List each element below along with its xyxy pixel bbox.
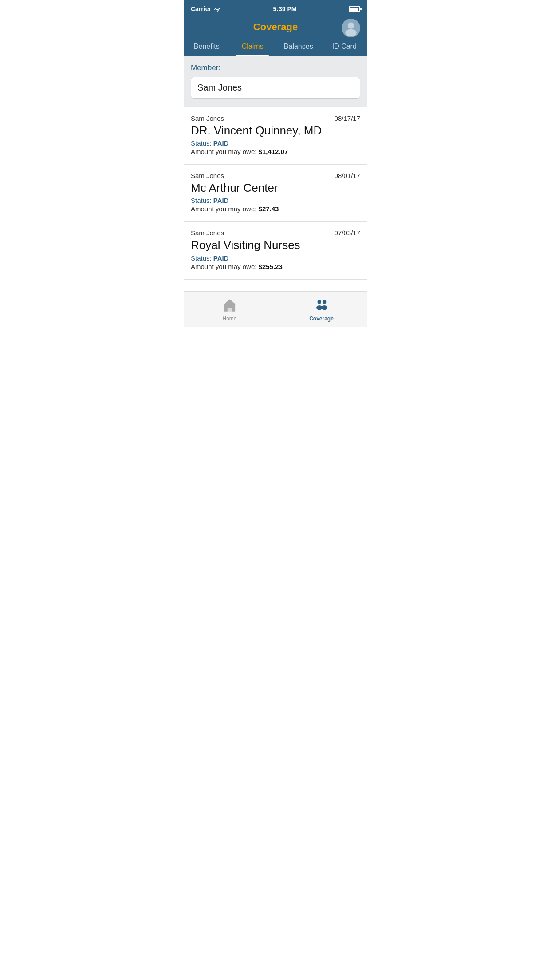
tab-balances[interactable]: Balances	[276, 38, 322, 56]
status-bar: Carrier 5:39 PM	[184, 0, 367, 18]
claim-member-2: Sam Jones	[191, 172, 224, 179]
nav-home[interactable]: Home	[184, 292, 276, 327]
profile-avatar-button[interactable]	[342, 19, 360, 37]
claim-amount-3: Amount you may owe: $255.23	[191, 263, 360, 270]
claim-status-value-3: PAID	[213, 254, 229, 262]
wifi-icon	[214, 6, 221, 12]
claim-amount-value-1: $1,412.07	[259, 148, 288, 155]
status-bar-left: Carrier	[191, 5, 221, 12]
claim-status-value-2: PAID	[213, 197, 229, 204]
claim-status-value-1: PAID	[213, 139, 229, 147]
tab-claims[interactable]: Claims	[230, 38, 276, 56]
claim-top-row-1: Sam Jones 08/17/17	[191, 115, 360, 122]
claim-provider-1: DR. Vincent Quinney, MD	[191, 124, 360, 138]
tab-idcard-label: ID Card	[332, 43, 357, 50]
tab-benefits-label: Benefits	[194, 43, 220, 50]
claim-top-row-3: Sam Jones 07/03/17	[191, 229, 360, 237]
battery-icon	[349, 6, 360, 12]
member-section: Member:	[184, 56, 367, 107]
claim-member-3: Sam Jones	[191, 229, 224, 237]
app-title: Coverage	[253, 21, 298, 33]
user-icon	[343, 20, 359, 36]
tab-idcard[interactable]: ID Card	[322, 38, 368, 56]
nav-coverage-label: Coverage	[309, 316, 334, 322]
nav-coverage[interactable]: Coverage	[276, 292, 367, 327]
svg-point-7	[321, 305, 327, 310]
tab-balances-label: Balances	[284, 43, 313, 50]
claim-top-row-2: Sam Jones 08/01/17	[191, 172, 360, 179]
claims-list: Sam Jones 08/17/17 DR. Vincent Quinney, …	[184, 107, 367, 291]
claim-status-1: Status: PAID	[191, 139, 360, 147]
status-bar-right	[349, 6, 360, 12]
svg-rect-3	[228, 308, 232, 312]
status-time: 5:39 PM	[273, 5, 297, 12]
battery-fill	[350, 8, 358, 11]
claim-item[interactable]: Sam Jones 07/03/17 Royal Visiting Nurses…	[184, 222, 367, 279]
claim-amount-1: Amount you may owe: $1,412.07	[191, 148, 360, 155]
claim-amount-value-3: $255.23	[259, 263, 283, 270]
tab-claims-label: Claims	[242, 43, 264, 50]
member-label: Member:	[191, 63, 360, 72]
svg-point-0	[348, 22, 354, 28]
claim-status-2: Status: PAID	[191, 197, 360, 204]
claim-status-3: Status: PAID	[191, 254, 360, 262]
claim-provider-3: Royal Visiting Nurses	[191, 238, 360, 252]
claim-amount-2: Amount you may owe: $27.43	[191, 205, 360, 213]
home-icon	[221, 297, 238, 314]
claim-date-3: 07/03/17	[335, 229, 360, 237]
claim-date-1: 08/17/17	[335, 115, 360, 122]
bottom-nav: Home Coverage	[184, 291, 367, 327]
claim-date-2: 08/01/17	[335, 172, 360, 179]
avatar-circle	[342, 19, 360, 37]
claim-item[interactable]: Sam Jones 08/01/17 Mc Arthur Center Stat…	[184, 165, 367, 222]
svg-point-4	[317, 300, 321, 304]
nav-home-label: Home	[222, 316, 236, 322]
coverage-icon	[313, 297, 330, 314]
carrier-text: Carrier	[191, 5, 211, 12]
tab-bar: Benefits Claims Balances ID Card	[184, 38, 367, 56]
svg-point-1	[345, 29, 356, 36]
header: Coverage	[184, 18, 367, 38]
tab-benefits[interactable]: Benefits	[184, 38, 230, 56]
claim-amount-value-2: $27.43	[259, 205, 279, 213]
claim-member-1: Sam Jones	[191, 115, 224, 122]
claim-provider-2: Mc Arthur Center	[191, 181, 360, 195]
claim-item[interactable]: Sam Jones 08/17/17 DR. Vincent Quinney, …	[184, 107, 367, 165]
svg-point-6	[322, 300, 326, 304]
member-input[interactable]	[191, 77, 360, 99]
